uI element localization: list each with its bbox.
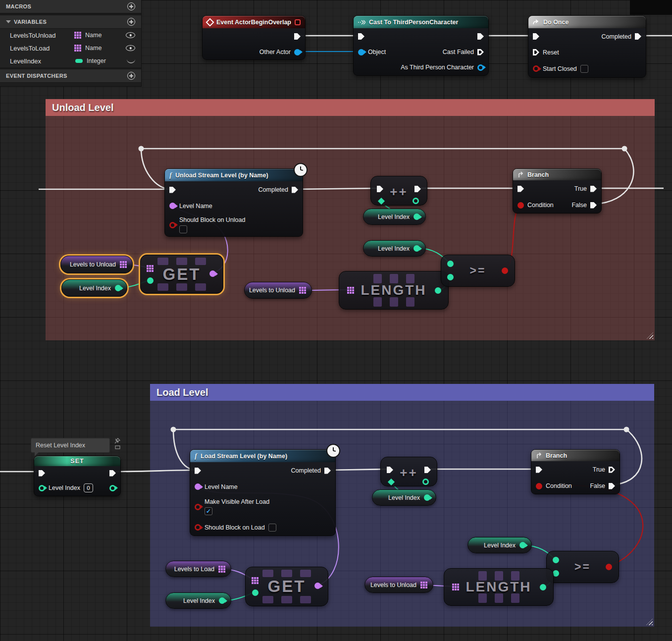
exec-in-pin[interactable] [195, 468, 201, 474]
condition-pin[interactable] [536, 483, 542, 489]
array-out-pin[interactable] [420, 582, 427, 588]
exec-in-pin[interactable] [39, 470, 45, 477]
visibility-eye-icon[interactable] [126, 32, 135, 38]
value-out-pin[interactable] [519, 542, 526, 548]
value-out-pin[interactable] [413, 198, 419, 204]
start-closed-pin[interactable] [533, 65, 539, 72]
length-out-pin[interactable] [540, 584, 546, 590]
variables-section-header[interactable]: VARIABLES [0, 15, 141, 29]
a-in-pin[interactable] [447, 261, 454, 267]
start-closed-checkbox[interactable] [580, 65, 588, 73]
value-out-pin[interactable] [115, 285, 121, 291]
cast-failed-pin[interactable] [477, 49, 484, 55]
delegate-pin[interactable] [295, 19, 301, 25]
index-in-pin[interactable] [147, 277, 154, 284]
level-index-getter[interactable]: Level Index [61, 279, 127, 297]
value-out-pin[interactable] [422, 479, 429, 485]
level-index-getter[interactable]: Level Index [363, 240, 426, 257]
exec-out-pin[interactable] [414, 186, 421, 192]
a-in-pin[interactable] [553, 557, 559, 563]
make-visible-pin[interactable] [195, 504, 201, 510]
add-event-dispatcher-button[interactable] [127, 72, 135, 80]
levels-to-unload-getter[interactable]: Levels to Unload [60, 256, 133, 273]
true-out-pin[interactable] [609, 467, 615, 473]
set-level-index-node[interactable]: SET Level Index 0 [34, 456, 121, 496]
other-actor-pin[interactable] [294, 49, 301, 55]
reset-in-pin[interactable] [533, 49, 539, 55]
exec-out-pin[interactable] [424, 467, 431, 473]
array-out-pin[interactable] [299, 287, 306, 294]
blueprint-graph-canvas[interactable]: Unload Level Load Level [0, 0, 672, 641]
exec-in-pin[interactable] [536, 467, 542, 473]
level-name-pin[interactable] [195, 483, 201, 490]
array-out-pin[interactable] [218, 566, 225, 573]
level-name-pin[interactable] [169, 203, 176, 209]
array-in-pin[interactable] [347, 287, 354, 294]
element-out-pin[interactable] [209, 270, 216, 277]
cast-to-thirdpersoncharacter-node[interactable]: Cast To ThirdPersonCharacter Object Cast… [353, 15, 489, 76]
value-out-pin[interactable] [414, 214, 420, 220]
levels-to-unload-getter[interactable]: Levels to Unload [364, 577, 433, 593]
array-get-node[interactable]: GET [245, 567, 328, 606]
increment-node[interactable]: ++ [370, 176, 427, 206]
should-block-checkbox[interactable] [179, 225, 187, 233]
exec-in-pin[interactable] [358, 33, 364, 40]
unload-stream-level-node[interactable]: f Unload Stream Level (by Name) Complete… [164, 168, 303, 237]
macros-section-header[interactable]: MACROS [0, 0, 141, 13]
exec-out-pin[interactable] [294, 33, 301, 40]
level-index-getter[interactable]: Level Index [363, 209, 426, 225]
as-third-person-character-pin[interactable] [477, 64, 484, 71]
branch-node[interactable]: Branch True Condition False [531, 449, 620, 494]
result-out-pin[interactable] [502, 267, 508, 274]
value-out-pin[interactable] [109, 485, 116, 491]
completed-out-pin[interactable] [635, 33, 641, 40]
b-in-pin[interactable] [447, 274, 454, 280]
event-actorbeginoverlap-node[interactable]: Event ActorBeginOverlap Other Actor [202, 15, 306, 60]
array-length-node[interactable]: LENGTH [444, 568, 554, 606]
comment-resize-handle[interactable] [647, 332, 653, 339]
greater-equal-node[interactable]: >= [441, 255, 515, 287]
false-out-pin[interactable] [590, 202, 597, 209]
completed-out-pin[interactable] [292, 187, 298, 193]
levels-to-load-getter[interactable]: Levels to Load [165, 561, 231, 577]
pin-icon[interactable] [114, 437, 121, 452]
add-macro-button[interactable] [127, 2, 135, 10]
level-index-getter[interactable]: Level Index [165, 592, 231, 609]
array-in-pin[interactable] [252, 577, 258, 584]
value-out-pin[interactable] [414, 245, 420, 252]
should-block-pin[interactable] [169, 222, 176, 228]
level-index-value[interactable]: 0 [84, 483, 93, 492]
level-index-in-pin[interactable] [39, 485, 45, 491]
condition-pin[interactable] [517, 202, 524, 209]
add-variable-button[interactable] [127, 18, 135, 26]
array-in-pin[interactable] [147, 265, 154, 272]
comment-resize-handle[interactable] [646, 619, 653, 625]
array-length-node[interactable]: LENGTH [339, 271, 449, 310]
array-out-pin[interactable] [120, 261, 127, 268]
load-comment-header[interactable]: Load Level [150, 384, 654, 401]
load-stream-level-node[interactable]: f Load Stream Level (by Name) Completed … [190, 449, 336, 536]
variable-row-levelstoload[interactable]: LevelsToLoad Name [0, 42, 141, 54]
value-in-pin[interactable] [388, 479, 395, 485]
value-in-pin[interactable] [378, 198, 385, 205]
element-out-pin[interactable] [314, 583, 321, 589]
array-get-node[interactable]: GET [140, 255, 223, 294]
exec-out-pin[interactable] [477, 33, 484, 40]
node-comment-bubble[interactable]: Reset Level Index [31, 438, 110, 453]
branch-node[interactable]: Branch True Condition False [513, 168, 602, 214]
false-out-pin[interactable] [609, 483, 615, 489]
result-out-pin[interactable] [606, 564, 612, 570]
exec-in-pin[interactable] [387, 467, 393, 473]
level-index-getter[interactable]: Level Index [467, 537, 532, 553]
increment-node[interactable]: ++ [380, 457, 437, 486]
exec-in-pin[interactable] [517, 186, 524, 192]
length-out-pin[interactable] [435, 287, 441, 294]
exec-in-pin[interactable] [533, 33, 539, 40]
level-index-getter[interactable]: Level Index [372, 489, 436, 506]
should-block-pin[interactable] [195, 524, 201, 531]
levels-to-unload-getter[interactable]: Levels to Unload [244, 282, 312, 299]
visibility-eye-icon[interactable] [126, 45, 135, 51]
visibility-eye-closed-icon[interactable] [127, 58, 135, 63]
collapse-arrow-icon[interactable] [6, 20, 11, 23]
object-pin[interactable] [358, 49, 364, 55]
